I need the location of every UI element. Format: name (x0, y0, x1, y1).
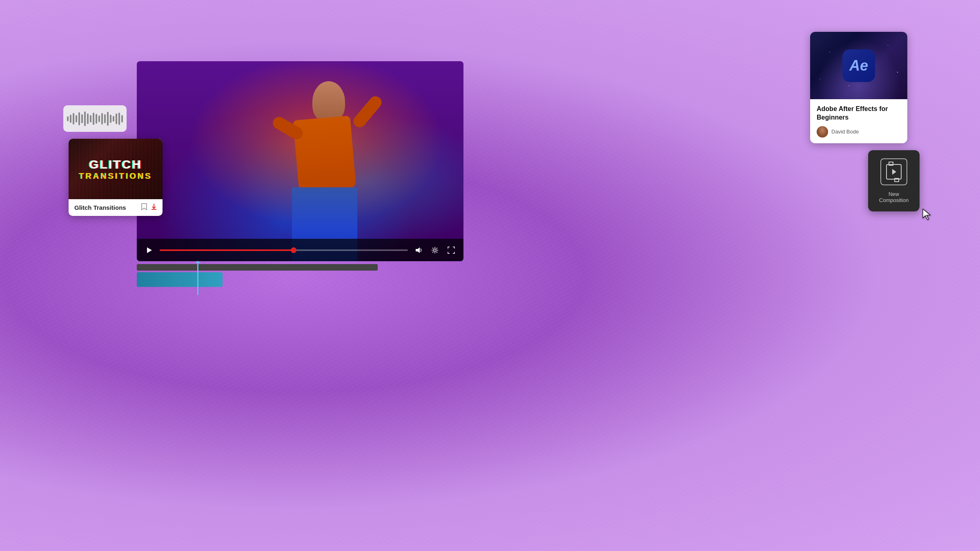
glitch-title-line2: TRANSITIONS (79, 171, 152, 181)
glitch-title-line1: GLITCH (79, 158, 152, 171)
timeline-bar[interactable] (137, 264, 378, 271)
svg-point-2 (434, 249, 436, 251)
svg-marker-0 (147, 247, 152, 253)
waveform-bar (81, 114, 83, 123)
settings-button[interactable] (429, 244, 441, 256)
glitch-footer: Glitch Transitions (69, 199, 163, 216)
play-button[interactable] (143, 244, 155, 256)
timeline (137, 263, 378, 296)
glitch-card-title: Glitch Transitions (74, 204, 126, 211)
waveform-bar (116, 113, 117, 124)
waveform-bar (118, 113, 120, 125)
waveform-bar (73, 113, 74, 124)
volume-button[interactable] (413, 244, 424, 256)
progress-fill (160, 249, 294, 251)
waveform-bar (110, 115, 111, 123)
waveform-bar (113, 116, 114, 122)
svg-marker-1 (416, 247, 420, 253)
waveform-bar (76, 115, 77, 122)
download-icon[interactable] (151, 203, 157, 212)
waveform-bar (104, 114, 106, 123)
waveform-bar (87, 113, 89, 124)
author-avatar (817, 126, 828, 138)
progress-thumb (291, 247, 296, 253)
waveform-bar (93, 113, 94, 125)
video-player (137, 61, 463, 261)
ae-thumbnail: Ae (810, 32, 907, 99)
waveform-bar (78, 112, 80, 125)
waveform-bar (90, 115, 91, 122)
waveform-bar (96, 114, 97, 124)
ae-card-title: Adobe After Effects for Beginners (817, 105, 901, 122)
waveform-bar (84, 111, 86, 126)
glitch-actions (141, 203, 157, 212)
video-controls (137, 239, 463, 261)
waveform-bar (121, 115, 123, 122)
dancer-arm-left (271, 115, 305, 142)
glitch-text: GLITCH TRANSITIONS (79, 158, 152, 181)
waveform-bars (67, 111, 123, 127)
author-name: David Bode (831, 129, 859, 135)
waveform-bar (70, 115, 71, 123)
ae-card-body: Adobe After Effects for Beginners David … (810, 99, 907, 143)
glitch-thumbnail: GLITCH TRANSITIONS (69, 139, 163, 199)
waveform-bar (101, 113, 103, 124)
timeline-playhead[interactable] (197, 262, 198, 295)
dancer-arm-right (351, 94, 384, 130)
bookmark-icon[interactable] (141, 203, 147, 212)
progress-bar[interactable] (160, 249, 408, 251)
fullscreen-button[interactable] (445, 244, 457, 256)
ae-card-author: David Bode (817, 126, 901, 138)
dancer-torso (293, 116, 356, 194)
new-composition-card[interactable]: New Composition (868, 150, 920, 211)
waveform-bar (107, 112, 109, 126)
timeline-clip[interactable] (137, 272, 223, 287)
waveform-bar (98, 116, 100, 122)
waveform-bar (67, 116, 69, 121)
new-comp-icon (880, 158, 907, 185)
glitch-card[interactable]: GLITCH TRANSITIONS Glitch Transitions (69, 139, 163, 216)
dancer-figure (263, 81, 386, 261)
ae-card[interactable]: Ae Adobe After Effects for Beginners Dav… (810, 32, 907, 143)
waveform-card (63, 105, 127, 132)
film-icon (886, 164, 902, 180)
ae-logo: Ae (842, 49, 875, 82)
new-comp-label: New Composition (876, 191, 911, 203)
avatar-image (817, 126, 828, 138)
mouse-cursor (922, 208, 932, 220)
play-arrow (892, 169, 896, 175)
